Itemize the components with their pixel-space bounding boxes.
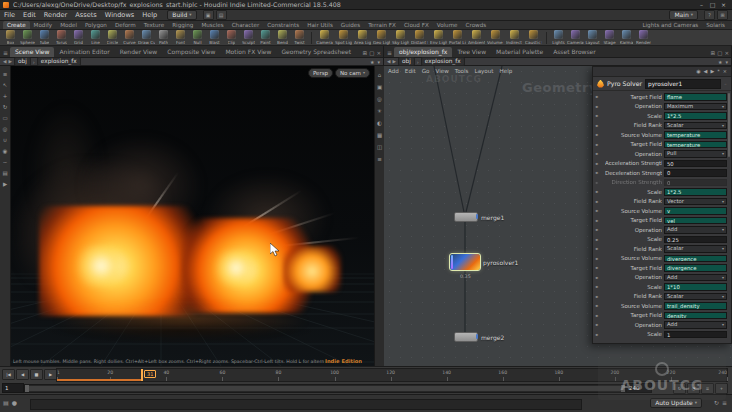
stop-icon[interactable]: ■ [30, 369, 43, 380]
bookmark-icon[interactable]: ★ [370, 59, 374, 65]
scene-viewport[interactable]: ≡↖+↻▭◎∪◉~▤▶ [0, 66, 384, 366]
param-string-field[interactable]: divergence [664, 255, 727, 263]
cook-icon[interactable]: ↻ [714, 399, 719, 406]
scrollbar[interactable] [728, 93, 730, 157]
shelf-tab-polygon[interactable]: Polygon [81, 21, 111, 29]
shelf-tool-lights[interactable]: Lights [550, 30, 567, 45]
breadcrumb-item[interactable]: explosion_fx [37, 57, 81, 66]
multiparm-arrows-icon[interactable]: ◂▸ [595, 256, 603, 261]
shelf-tool-volume-light[interactable]: Volume Light [486, 30, 505, 45]
shelf-tool-twist[interactable]: Twist [291, 30, 308, 45]
netmenu-tools[interactable]: Tools [455, 68, 469, 74]
shelf-tool-bend[interactable]: Bend [274, 30, 291, 45]
maximize-button[interactable]: □ [707, 1, 718, 9]
network-editor[interactable]: AddEditGoViewToolsLayoutHelp ABOUTCG Geo… [384, 66, 732, 366]
grid-toggle-icon[interactable]: ▦ [377, 132, 382, 138]
shelf-tab-texture[interactable]: Texture [140, 21, 168, 29]
param-menu-field[interactable]: Add▾ [664, 226, 727, 234]
shelf-tool-indirect-light[interactable]: Indirect Light [505, 30, 524, 45]
camera-menu-button[interactable]: No cam▾ [335, 68, 370, 78]
multiparm-arrows-icon[interactable]: ◂▸ [595, 199, 603, 204]
param-menu-field[interactable]: Add▾ [664, 274, 727, 282]
param-string-field[interactable]: 1*2.5 [664, 188, 727, 196]
multiparm-arrows-icon[interactable]: ◂▸ [595, 265, 603, 270]
playhead[interactable] [141, 369, 143, 381]
open-icon[interactable]: ▤ [216, 10, 227, 20]
forward-arrow-icon[interactable]: ▶ [8, 59, 11, 64]
view-tool-icon[interactable]: ◉ [3, 148, 8, 154]
display-options-icon[interactable]: ≡ [377, 156, 382, 162]
netmenu-go[interactable]: Go [422, 68, 430, 74]
param-menu-field[interactable]: Scalar▾ [664, 245, 727, 253]
close-button[interactable]: × [718, 1, 729, 9]
back-arrow-icon[interactable]: ◀ [704, 67, 708, 76]
shelf-tab-rigging[interactable]: Rigging [168, 21, 197, 29]
shelf-tool-draw-curve[interactable]: Draw Curve [138, 30, 155, 45]
rotate-tool-icon[interactable]: ↻ [3, 104, 8, 110]
tab-animation-editor[interactable]: Animation Editor [54, 47, 114, 57]
shelf-tool-stage[interactable]: Stage [601, 30, 618, 45]
multiparm-arrows-icon[interactable]: ◂▸ [595, 142, 603, 147]
multiparm-arrows-icon[interactable]: ◂▸ [595, 104, 603, 109]
tab-scene-view[interactable]: Scene View [10, 47, 54, 57]
param-string-field[interactable]: temperature [664, 141, 727, 149]
multiparm-arrows-icon[interactable]: ◂▸ [595, 322, 603, 327]
pane-menu-icon[interactable]: ≡ [387, 49, 392, 56]
shelf-tool-box[interactable]: Box [2, 30, 19, 45]
param-string-field[interactable]: v [664, 207, 727, 215]
flipbook-tool-icon[interactable]: ▶ [3, 181, 7, 187]
split-pane-icon[interactable]: ⊞ [711, 50, 716, 56]
shelf-tool-tube[interactable]: Tube [36, 30, 53, 45]
tab-composite-view[interactable]: Composite View [162, 47, 220, 57]
multiparm-arrows-icon[interactable]: ◂▸ [595, 180, 603, 185]
close-pane-icon[interactable]: × [376, 50, 381, 56]
param-string-field[interactable]: divergence [664, 264, 727, 272]
breadcrumb-item[interactable]: explosion_fx [421, 57, 465, 66]
playback-range-slider[interactable] [24, 384, 626, 393]
shelf-tool-geo-light[interactable]: Geo Light [372, 30, 391, 45]
shelf-tool-circle[interactable]: Circle [104, 30, 121, 45]
shelf-tool-sky-light[interactable]: Sky Light [391, 30, 410, 45]
shelf-tab-character[interactable]: Character [228, 21, 264, 29]
multiparm-arrows-icon[interactable]: ◂▸ [595, 332, 603, 337]
breadcrumb-item[interactable]: obj [14, 57, 31, 66]
shelf-tab-crowds[interactable]: Crowds [462, 21, 491, 29]
shelf-tool-font[interactable]: Font [172, 30, 189, 45]
shelf-tab-muscles[interactable]: Muscles [197, 21, 227, 29]
pane-menu-icon[interactable]: ≡ [3, 49, 8, 56]
persp-view-button[interactable]: Persp [308, 68, 333, 78]
realtime-icon[interactable]: ◔ [687, 383, 700, 394]
update-mode-selector[interactable]: Auto Update▾ [650, 398, 702, 408]
shelf-tool-grid[interactable]: Grid [70, 30, 87, 45]
breadcrumb-item[interactable]: obj [398, 57, 415, 66]
close-icon[interactable]: × [723, 67, 727, 76]
node-shape[interactable] [454, 332, 478, 342]
shelf-tool-layout[interactable]: Layout [584, 30, 601, 45]
shelf-tool-curve[interactable]: Curve [121, 30, 138, 45]
tab-tree-view[interactable]: Tree View [452, 47, 491, 57]
home-view-icon[interactable]: ⌂ [378, 72, 382, 78]
badge-icon[interactable]: ● [12, 399, 17, 406]
shelf-tool-spot-light[interactable]: Spot Light [334, 30, 353, 45]
shelf-tab-model[interactable]: Model [56, 21, 81, 29]
viewport-canvas[interactable]: Persp No cam▾ Left mouse tumbles. Middle… [11, 66, 374, 366]
param-menu-field[interactable]: Maximum▾ [664, 103, 727, 111]
param-string-field[interactable]: vel [664, 217, 727, 225]
multiparm-arrows-icon[interactable]: ◂▸ [595, 170, 603, 175]
message-log-icon[interactable]: ▤ [3, 399, 9, 406]
shelf-tool-env-light[interactable]: Env Light [429, 30, 448, 45]
bookmark-icon[interactable]: ★ [718, 59, 722, 65]
param-string-field[interactable]: 1*2.5 [664, 112, 727, 120]
playbar-options-icon[interactable]: + [715, 383, 728, 394]
netmenu-add[interactable]: Add [388, 68, 399, 74]
render-region-tool-icon[interactable]: ▤ [2, 170, 7, 176]
loop-icon[interactable]: ↻ [673, 383, 686, 394]
shelf-tab-cloud-fx[interactable]: Cloud FX [400, 21, 433, 29]
menu-file[interactable]: File [0, 10, 19, 21]
node-name-field[interactable]: pyrosolver1 [645, 79, 721, 89]
jump-start-icon[interactable]: |◀ [2, 369, 15, 380]
forward-arrow-icon[interactable]: ▶ [710, 67, 714, 76]
radial-menu-selector[interactable]: Main▾ [669, 10, 698, 20]
shelf-tool-camera[interactable]: Camera [315, 30, 334, 45]
split-pane-icon[interactable]: ⊞ [363, 50, 368, 56]
